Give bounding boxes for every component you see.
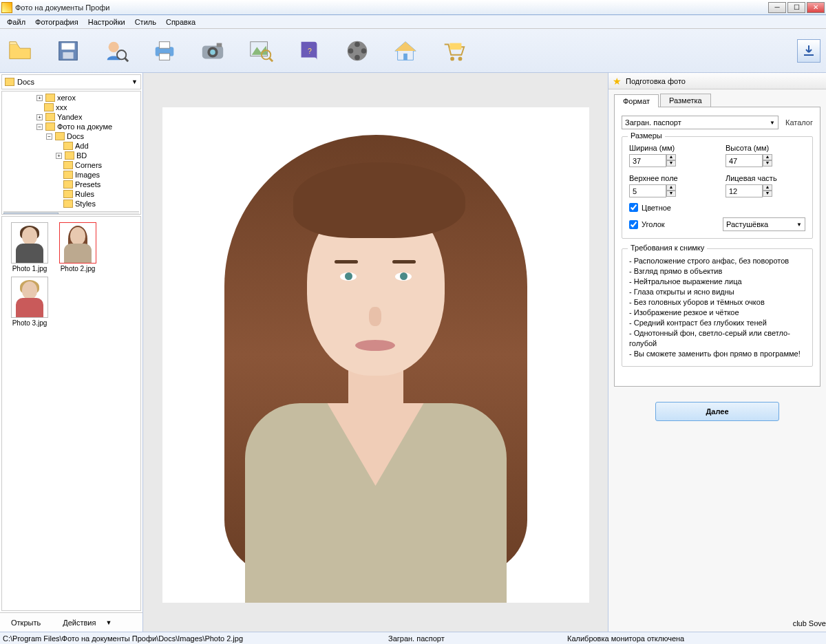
home-button[interactable]: [391, 36, 420, 65]
thumbnail-label: Photo 2.jpg: [56, 265, 100, 272]
thumbnail-item[interactable]: Photo 1.jpg: [8, 222, 52, 272]
thumbnail-label: Photo 1.jpg: [8, 265, 52, 272]
tree-item[interactable]: Docs: [67, 131, 84, 141]
tab-markup[interactable]: Разметка: [660, 94, 711, 107]
window-title: Фото на документы Профи: [15, 3, 110, 12]
svg-rect-8: [159, 53, 169, 60]
titlebar: Фото на документы Профи ─ ☐ ✕: [0, 0, 826, 15]
width-spinner[interactable]: ▲▼: [629, 154, 709, 167]
facepart-input[interactable]: [726, 184, 763, 197]
requirement-item: Однотонный фон, светло-серый или светло-…: [629, 328, 805, 349]
thumbnail-item-selected[interactable]: Photo 2.jpg: [56, 222, 100, 272]
chevron-down-icon: ▼: [131, 78, 138, 85]
tree-item[interactable]: BD: [76, 151, 87, 160]
menu-settings[interactable]: Настройки: [84, 17, 129, 28]
svg-point-27: [458, 56, 463, 61]
tree-horizontal-scrollbar[interactable]: [3, 211, 139, 215]
thumbnail-panel: Photo 1.jpg Photo 2.jpg Photo 3.jpg: [1, 216, 141, 611]
spin-up-icon[interactable]: ▲: [763, 154, 772, 160]
tree-item[interactable]: Corners: [75, 160, 102, 170]
thumbnail-item[interactable]: Photo 3.jpg: [8, 277, 52, 327]
star-icon: ★: [613, 76, 622, 87]
maximize-button[interactable]: ☐: [787, 2, 805, 13]
menubar: Файл Фотография Настройки Стиль Справка: [0, 15, 826, 29]
folder-tree[interactable]: +xerox xxx +Yandex −Фото на докуме −Docs…: [1, 91, 141, 215]
person-search-button[interactable]: [102, 36, 131, 65]
menu-help[interactable]: Справка: [162, 17, 200, 28]
color-checkbox[interactable]: [629, 203, 638, 212]
color-label: Цветное: [642, 204, 671, 212]
tree-item[interactable]: Images: [75, 170, 100, 180]
format-combo[interactable]: Загран. паспорт ▼: [622, 116, 779, 129]
corner-label: Уголок: [642, 220, 665, 228]
format-combo-value: Загран. паспорт: [625, 118, 681, 127]
tree-item[interactable]: Add: [75, 141, 89, 151]
svg-point-22: [354, 54, 360, 60]
actions-button[interactable]: Действия: [57, 617, 101, 628]
corner-checkbox[interactable]: [629, 220, 638, 229]
print-button[interactable]: [150, 36, 179, 65]
sizes-group: Размеры Ширина (мм) ▲▼ Высота (мм) ▲▼ Ве…: [622, 136, 813, 239]
tree-item[interactable]: Styles: [75, 199, 96, 208]
tree-item[interactable]: Rules: [75, 189, 94, 199]
menu-file[interactable]: Файл: [3, 17, 30, 28]
next-button[interactable]: Далее: [655, 402, 779, 421]
right-panel: ★ Подготовка фото Формат Разметка Загран…: [608, 73, 826, 632]
facepart-label: Лицевая часть: [726, 174, 805, 182]
height-input[interactable]: [726, 154, 763, 167]
spin-up-icon[interactable]: ▲: [666, 154, 676, 160]
height-spinner[interactable]: ▲▼: [726, 154, 805, 167]
spin-down-icon[interactable]: ▼: [763, 191, 772, 197]
chevron-down-icon: ▼: [796, 222, 802, 228]
right-panel-title: Подготовка фото: [626, 77, 686, 85]
topmargin-label: Верхнее поле: [629, 174, 709, 182]
left-bottom-bar: Открыть Действия▼: [0, 612, 142, 632]
film-reel-button[interactable]: [343, 36, 372, 65]
tree-item[interactable]: Фото на докуме: [57, 122, 112, 131]
menu-photo[interactable]: Фотография: [31, 17, 83, 28]
svg-point-4: [117, 50, 126, 59]
download-button[interactable]: [797, 39, 820, 63]
spin-up-icon[interactable]: ▲: [666, 184, 676, 191]
height-label: Высота (мм): [726, 144, 805, 152]
tab-format[interactable]: Формат: [614, 94, 659, 107]
tree-item[interactable]: Yandex: [57, 112, 83, 122]
requirements-list: Расположение строго анфас, без поворотов…: [629, 256, 805, 359]
save-button[interactable]: [54, 36, 83, 65]
camera-button[interactable]: [198, 36, 227, 65]
minimize-button[interactable]: ─: [768, 2, 786, 13]
photo-preview[interactable]: [162, 107, 589, 603]
tree-item[interactable]: xxx: [56, 103, 67, 112]
folder-combo[interactable]: Docs ▼: [1, 74, 141, 89]
topmargin-input[interactable]: [629, 184, 666, 197]
svg-line-5: [125, 58, 128, 61]
image-zoom-button[interactable]: [246, 36, 275, 65]
menu-style[interactable]: Стиль: [131, 17, 160, 28]
topmargin-spinner[interactable]: ▲▼: [629, 184, 709, 197]
cart-button[interactable]: [439, 36, 468, 65]
facepart-spinner[interactable]: ▲▼: [726, 184, 805, 197]
catalog-link[interactable]: Каталог: [785, 118, 813, 127]
tree-item[interactable]: xerox: [57, 93, 76, 103]
svg-marker-24: [395, 41, 416, 50]
blur-combo[interactable]: Растушёвка ▼: [723, 217, 805, 231]
spin-down-icon[interactable]: ▼: [763, 160, 772, 167]
open-button[interactable]: Открыть: [6, 617, 46, 628]
help-book-button[interactable]: ?: [295, 36, 324, 65]
width-input[interactable]: [629, 154, 666, 167]
requirement-item: Вы сможете заменить фон прямо в программ…: [629, 349, 805, 359]
folder-combo-value: Docs: [17, 78, 34, 86]
spin-up-icon[interactable]: ▲: [763, 184, 772, 191]
requirement-item: Без головных уборов и тёмных очков: [629, 297, 805, 308]
svg-rect-28: [449, 43, 461, 50]
close-button[interactable]: ✕: [807, 2, 825, 13]
requirement-item: Средний контраст без глубоких теней: [629, 318, 805, 328]
svg-point-26: [450, 56, 454, 61]
svg-point-20: [361, 48, 367, 54]
spin-down-icon[interactable]: ▼: [666, 191, 676, 197]
svg-point-21: [348, 48, 354, 54]
right-panel-header: ★ Подготовка фото: [608, 73, 826, 89]
tree-item[interactable]: Presets: [75, 180, 100, 189]
open-folder-button[interactable]: [6, 36, 34, 65]
spin-down-icon[interactable]: ▼: [666, 160, 676, 167]
